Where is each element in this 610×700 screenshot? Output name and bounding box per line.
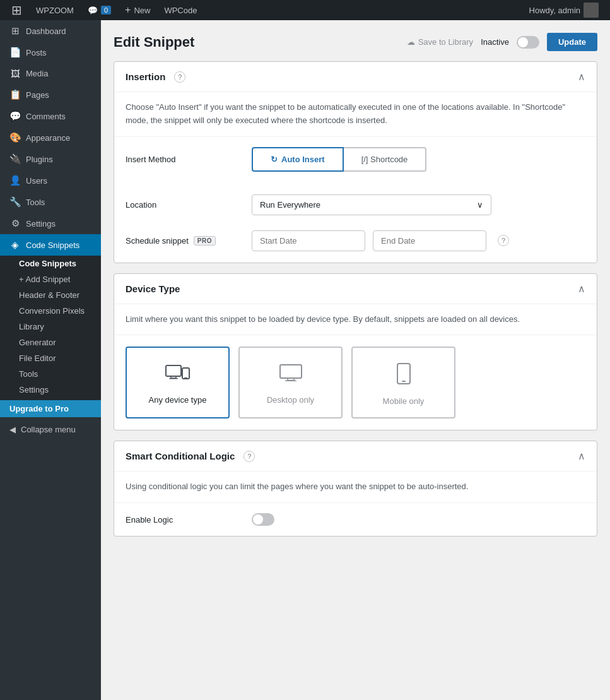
device-card-mobile[interactable]: Mobile only (351, 347, 455, 418)
sidebar-item-plugins[interactable]: 🔌 Plugins (0, 148, 101, 170)
users-icon: 👤 (9, 175, 21, 186)
submenu-item-upgrade[interactable]: Upgrade to Pro (0, 400, 101, 417)
sidebar-item-posts[interactable]: 📄 Posts (0, 42, 101, 63)
svg-rect-1 (171, 376, 176, 378)
insertion-help-icon[interactable]: ? (174, 71, 185, 83)
sidebar-item-media[interactable]: 🖼 Media (0, 63, 101, 84)
device-card-any[interactable]: Any device type (126, 347, 230, 418)
header-actions: ☁ Save to Library Inactive Update (407, 33, 597, 51)
device-card-desktop[interactable]: Desktop only (238, 347, 343, 418)
cloud-icon: ☁ (407, 37, 415, 47)
svg-rect-0 (166, 365, 181, 376)
conditional-logic-description: Using conditional logic you can limit th… (114, 472, 597, 503)
sidebar-item-code-snippets[interactable]: ◈ Code Snippets (0, 234, 101, 256)
desktop-icon (279, 363, 302, 388)
sidebar-item-label: Settings (26, 219, 56, 228)
submenu-item-header-footer[interactable]: Header & Footer (0, 287, 101, 303)
howdy-link[interactable]: Howdy, admin (523, 0, 605, 20)
code-snippets-submenu: Code Snippets + Add Snippet Header & Foo… (0, 256, 101, 417)
sidebar-item-settings[interactable]: ⚙ Settings (0, 213, 101, 234)
schedule-label: Schedule snippet (126, 236, 189, 246)
svg-rect-6 (288, 378, 294, 381)
location-select[interactable]: Run Everywhere ∨ (252, 194, 491, 215)
submenu-item-library[interactable]: Library (0, 319, 101, 335)
start-date-input[interactable] (252, 230, 365, 251)
wp-logo-link[interactable]: ⊞ (5, 0, 28, 20)
comments-link[interactable]: 💬 0 (81, 0, 117, 20)
tools-icon: 🔧 (9, 196, 21, 208)
sidebar-item-comments[interactable]: 💬 Comments (0, 105, 101, 127)
conditional-logic-help-icon[interactable]: ? (243, 451, 255, 462)
schedule-row: Schedule snippet PRO ? (114, 225, 597, 263)
sidebar-item-label: Comments (26, 112, 66, 121)
location-label: Location (126, 200, 252, 210)
device-type-panel-header[interactable]: Device Type ∧ (114, 274, 597, 304)
schedule-help-icon[interactable]: ? (498, 235, 509, 246)
submenu-item-generator[interactable]: Generator (0, 335, 101, 350)
end-date-input[interactable] (373, 230, 486, 251)
enable-logic-toggle[interactable] (252, 513, 274, 526)
insertion-panel: Insertion ? ∧ Choose "Auto Insert" if yo… (114, 61, 597, 263)
sidebar: ⊞ Dashboard 📄 Posts 🖼 Media 📋 Pages 💬 Co… (0, 20, 101, 700)
update-button[interactable]: Update (547, 33, 597, 51)
conditional-logic-panel: Smart Conditional Logic ? ∧ Using condit… (114, 441, 597, 537)
submenu-label: Tools (19, 369, 38, 379)
sidebar-item-pages[interactable]: 📋 Pages (0, 84, 101, 105)
inactive-status: Inactive (481, 37, 509, 47)
active-toggle[interactable] (517, 36, 539, 49)
submenu-label: File Editor (19, 353, 56, 363)
submenu-item-conversion-pixels[interactable]: Conversion Pixels (0, 303, 101, 319)
auto-insert-button[interactable]: ↻ Auto Insert (252, 147, 344, 172)
sidebar-item-dashboard[interactable]: ⊞ Dashboard (0, 20, 101, 42)
mobile-icon (397, 363, 411, 389)
conditional-logic-panel-header[interactable]: Smart Conditional Logic ? ∧ (114, 441, 597, 472)
device-type-title: Device Type (126, 283, 180, 294)
wp-logo-icon: ⊞ (11, 3, 22, 18)
submenu-item-file-editor[interactable]: File Editor (0, 350, 101, 366)
svg-rect-4 (184, 377, 187, 379)
shortcode-label: [/] Shortcode (361, 155, 408, 164)
appearance-icon: 🎨 (9, 132, 21, 143)
svg-rect-7 (285, 381, 296, 382)
shortcode-button[interactable]: [/] Shortcode (344, 147, 427, 172)
auto-insert-label: Auto Insert (281, 155, 325, 164)
schedule-label-wrap: Schedule snippet PRO (126, 236, 252, 246)
plugin-name-link[interactable]: WPCode (158, 0, 203, 20)
location-row: Location Run Everywhere ∨ (114, 184, 597, 225)
device-cards: Any device type Desktop only (114, 335, 597, 430)
submenu-title: Code Snippets (19, 259, 76, 268)
comments-icon: 💬 (9, 110, 21, 122)
any-device-icon (165, 363, 191, 388)
page-header: Edit Snippet ☁ Save to Library Inactive … (114, 33, 597, 51)
comment-icon: 💬 (88, 6, 98, 15)
svg-rect-5 (280, 365, 302, 378)
sidebar-item-label: Code Snippets (26, 240, 79, 250)
submenu-label: Conversion Pixels (19, 306, 85, 316)
toggle-knob (518, 37, 528, 47)
submenu-item-tools[interactable]: Tools (0, 366, 101, 382)
sidebar-item-label: Posts (26, 48, 47, 57)
method-buttons: ↻ Auto Insert [/] Shortcode (252, 147, 426, 172)
enable-logic-toggle-knob (253, 514, 263, 525)
insertion-title: Insertion (126, 71, 165, 82)
new-content-link[interactable]: + New (119, 0, 156, 20)
sidebar-item-tools[interactable]: 🔧 Tools (0, 191, 101, 213)
sidebar-item-appearance[interactable]: 🎨 Appearance (0, 127, 101, 148)
submenu-item-settings[interactable]: Settings (0, 382, 101, 398)
submenu-label: Generator (19, 338, 56, 347)
device-type-description: Limit where you want this snippet to be … (114, 304, 597, 336)
comments-count: 0 (101, 6, 111, 15)
submenu-item-add-snippet[interactable]: + Add Snippet (0, 271, 101, 287)
svg-rect-2 (169, 378, 178, 379)
submenu-item-code-snippets-title[interactable]: Code Snippets (0, 256, 101, 271)
howdy-text: Howdy, admin (529, 6, 580, 15)
sidebar-item-users[interactable]: 👤 Users (0, 170, 101, 191)
new-label: New (134, 6, 150, 15)
site-name-link[interactable]: WPZOOM (30, 0, 80, 20)
save-to-library-button[interactable]: ☁ Save to Library (407, 37, 473, 47)
collapse-menu-button[interactable]: ◀ Collapse menu (0, 420, 101, 439)
location-value: Run Everywhere (260, 200, 320, 210)
enable-logic-label: Enable Logic (126, 515, 252, 525)
insertion-panel-header[interactable]: Insertion ? ∧ (114, 62, 597, 92)
admin-avatar (584, 3, 599, 18)
